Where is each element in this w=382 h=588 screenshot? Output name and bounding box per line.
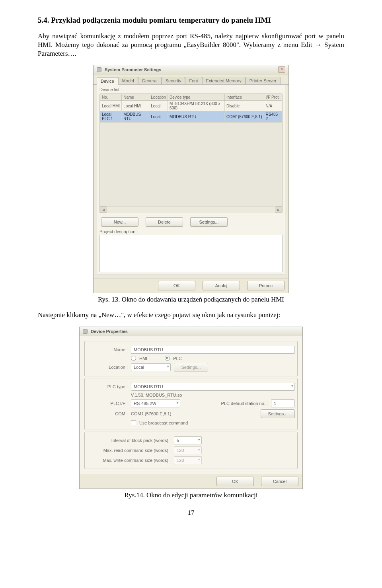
page-number: 17: [38, 509, 344, 517]
horizontal-scrollbar[interactable]: ◄ ►: [100, 206, 282, 213]
tab-model[interactable]: Model: [118, 77, 138, 84]
chevron-down-icon: ▾: [198, 458, 200, 461]
project-description-input[interactable]: [99, 235, 283, 272]
chevron-down-icon: ▾: [177, 401, 179, 405]
dialog1-titlebar: System Parameter Settings ×: [94, 65, 288, 74]
tab-printer-server[interactable]: Printer Server: [246, 77, 281, 84]
tab-security[interactable]: Security: [162, 77, 185, 84]
section-heading: 5.4. Przykład podłączenia modułu pomiaru…: [38, 16, 344, 25]
scroll-left-icon[interactable]: ◄: [100, 206, 107, 213]
hmi-radio[interactable]: [131, 356, 136, 361]
tab-extended-memory[interactable]: Extended Memory: [202, 77, 246, 84]
driver-version-label: V.1.50, MODBUS_RTU.so: [131, 393, 182, 397]
table-row[interactable]: Local HMI Local HMI Local MT8104XH/MT812…: [100, 101, 282, 111]
interval-label: Interval of block pack (words) :: [87, 438, 171, 443]
name-label: Name :: [87, 347, 128, 352]
max-read-select: 120▾: [174, 446, 202, 454]
table-row[interactable]: Local PLC 1 MODBUS RTU Local MODBUS RTU …: [100, 111, 282, 122]
figure1-caption: Rys. 13. Okno do dodawania urządzeń podł…: [38, 296, 344, 304]
ok-button[interactable]: OK: [158, 281, 195, 290]
default-station-input[interactable]: 1: [271, 399, 295, 407]
settings-button[interactable]: Settings...: [190, 217, 228, 227]
location-settings-button[interactable]: Settings...: [174, 363, 208, 372]
close-icon[interactable]: ×: [278, 66, 285, 73]
chevron-down-icon: ▾: [198, 438, 200, 442]
dialog1-tabs: Device Model General Security Font Exten…: [94, 74, 288, 85]
max-write-label: Max. write-command size (words) :: [87, 458, 171, 463]
max-read-label: Max. read-command size (words) :: [87, 448, 171, 453]
chevron-down-icon: ▾: [167, 364, 169, 368]
tab-general[interactable]: General: [138, 77, 162, 84]
tab-font[interactable]: Font: [185, 77, 202, 84]
com-settings-button[interactable]: Settings...: [261, 409, 295, 418]
cancel-button[interactable]: Anuluj: [203, 281, 240, 290]
default-station-label: PLC default station no. :: [221, 401, 268, 406]
scroll-right-icon[interactable]: ►: [275, 206, 282, 213]
device-table[interactable]: No. Name Location Device type Interface …: [100, 94, 282, 122]
project-description-label: Project description :: [99, 229, 138, 234]
broadcast-label: Use broadcast command: [139, 421, 188, 425]
device-list-empty-area: [100, 122, 282, 206]
broadcast-checkbox[interactable]: [131, 420, 136, 425]
hmi-radio-label: HMI: [139, 356, 147, 361]
figure-1: System Parameter Settings × Device Model…: [38, 65, 344, 293]
col-device-type: Device type: [168, 94, 225, 101]
new-button[interactable]: New...: [101, 217, 138, 227]
col-no: No.: [100, 94, 122, 101]
col-if-prot: I/F Prot: [264, 94, 282, 101]
max-write-select: 120▾: [174, 456, 202, 464]
interval-select[interactable]: 5▾: [174, 436, 202, 444]
cancel-button[interactable]: Cancel: [261, 477, 298, 486]
com-value: COM1 (57600,E,8,1): [131, 411, 172, 416]
plc-type-label: PLC type :: [87, 384, 128, 389]
dialog2-title: Device Properties: [91, 329, 128, 334]
name-input[interactable]: MODBUS RTU: [131, 346, 295, 354]
dialog1-title: System Parameter Settings: [105, 67, 161, 72]
plc-if-label: PLC I/F :: [87, 401, 128, 406]
location-select[interactable]: Local▾: [131, 363, 171, 371]
paragraph-2: Następnie klikamy na „New…", w efekcie c…: [38, 311, 344, 319]
chevron-down-icon: ▾: [291, 384, 293, 388]
tab-device[interactable]: Device: [97, 77, 118, 85]
help-button[interactable]: Pomoc: [247, 281, 285, 290]
col-interface: Interface: [225, 94, 264, 101]
device-list-label: Device list :: [99, 87, 122, 92]
app-icon: [97, 67, 101, 72]
plc-type-select[interactable]: MODBUS RTU▾: [131, 383, 295, 391]
plc-radio-label: PLC: [173, 356, 181, 361]
plc-if-select[interactable]: RS-485 2W▾: [131, 399, 180, 407]
delete-button[interactable]: Delete: [146, 217, 183, 227]
ok-button[interactable]: OK: [216, 477, 254, 486]
chevron-down-icon: ▾: [198, 448, 200, 452]
location-label: Location :: [87, 365, 128, 370]
figure2-caption: Rys.14. Okno do edycji parametrów komuni…: [38, 491, 344, 499]
com-label: COM :: [87, 411, 128, 416]
intro-paragraph: Aby nawiązać komunikację z modułem poprz…: [38, 32, 344, 58]
app-icon: [83, 329, 88, 334]
plc-radio[interactable]: [165, 356, 170, 361]
dialog2-titlebar: Device Properties: [80, 327, 302, 336]
figure-2: Device Properties Name : MODBUS RTU HMI …: [38, 327, 344, 489]
col-location: Location: [149, 94, 168, 101]
col-name: Name: [122, 94, 149, 101]
